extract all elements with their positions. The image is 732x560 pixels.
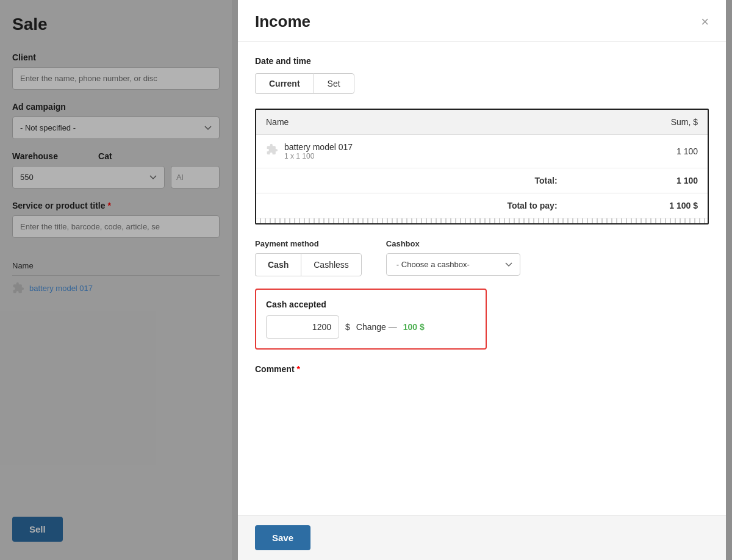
total-pay-label: Total to pay: <box>256 193 567 218</box>
close-button[interactable]: × <box>701 15 709 29</box>
payment-method-label: Payment method <box>255 239 362 248</box>
comment-required-star: * <box>296 364 300 374</box>
cash-accepted-label: Cash accepted <box>266 300 476 309</box>
total-row: Total: 1 100 <box>256 168 708 193</box>
item-puzzle-icon <box>266 143 278 156</box>
modal-title: Income <box>255 12 310 31</box>
cash-accepted-row: $ Change — 100 $ <box>266 315 476 339</box>
cashbox-col: Cashbox - Choose a cashbox- <box>386 239 520 276</box>
payment-method-col: Payment method Cash Cashless <box>255 239 362 276</box>
date-time-label: Date and time <box>255 56 709 66</box>
income-modal: Income × Date and time Current Set Name … <box>238 0 726 560</box>
comment-label: Comment * <box>255 364 709 374</box>
item-sub: 1 x 1 100 <box>284 152 353 160</box>
cash-button[interactable]: Cash <box>255 253 301 276</box>
total-pay-value: 1 100 $ <box>567 193 708 218</box>
total-label: Total: <box>256 168 567 193</box>
item-sum: 1 100 <box>567 135 708 168</box>
modal-body: Date and time Current Set Name Sum, $ <box>238 41 726 515</box>
change-amount: 100 $ <box>403 322 425 332</box>
sum-col-header: Sum, $ <box>567 110 708 135</box>
current-button[interactable]: Current <box>255 73 314 94</box>
cashbox-label: Cashbox <box>386 239 520 248</box>
cashless-button[interactable]: Cashless <box>301 253 362 276</box>
modal-footer: Save <box>238 515 726 560</box>
modal-header: Income × <box>238 0 726 41</box>
date-time-btn-group: Current Set <box>255 73 709 94</box>
total-value: 1 100 <box>567 168 708 193</box>
save-button[interactable]: Save <box>255 525 310 550</box>
set-button[interactable]: Set <box>314 73 354 94</box>
comment-section: Comment * <box>255 364 709 374</box>
receipt-container: Name Sum, $ battery model 017 <box>255 109 709 224</box>
total-pay-row: Total to pay: 1 100 $ <box>256 193 708 218</box>
receipt-item-row: battery model 017 1 x 1 100 1 100 <box>256 135 708 168</box>
change-text: Change — <box>356 322 397 332</box>
method-btn-group: Cash Cashless <box>255 253 362 276</box>
cash-input[interactable] <box>266 315 339 339</box>
payment-row: Payment method Cash Cashless Cashbox - C… <box>255 239 709 276</box>
cashbox-select[interactable]: - Choose a cashbox- <box>386 253 520 276</box>
item-name: battery model 017 <box>284 142 353 152</box>
cash-accepted-box: Cash accepted $ Change — 100 $ <box>255 289 487 350</box>
receipt-table: Name Sum, $ battery model 017 <box>256 110 708 218</box>
currency-symbol: $ <box>345 322 350 332</box>
name-col-header: Name <box>256 110 567 135</box>
